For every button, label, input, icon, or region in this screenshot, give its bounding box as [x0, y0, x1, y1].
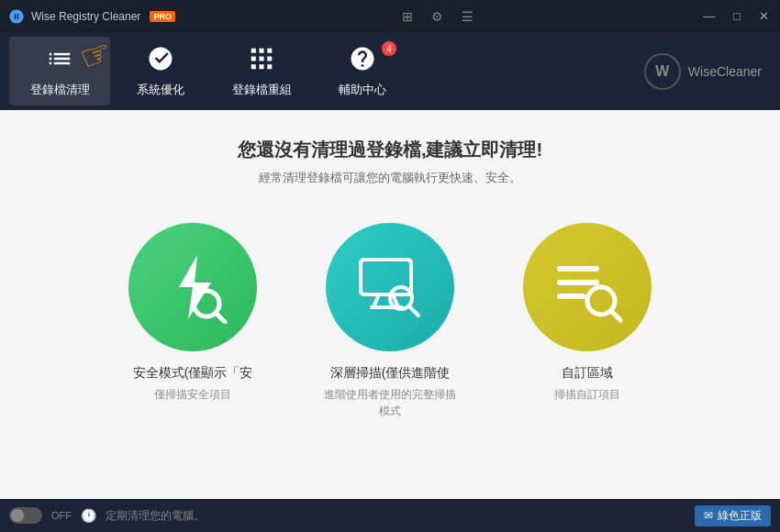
monitor-icon[interactable]: ⊞ — [402, 9, 413, 24]
close-button[interactable]: ✕ — [756, 8, 773, 25]
main-content: 您還沒有清理過登錄檔,建議立即清理! 經常清理登錄檔可讓您的電腦執行更快速、安全… — [0, 110, 780, 499]
nav-item-label-system-optimize: 系統優化 — [137, 82, 184, 98]
app-icon — [7, 7, 26, 26]
nav-bar: 登錄檔清理系統優化登錄檔重組輔助中心4 ☞ W WiseCleaner — [0, 32, 780, 110]
pro-badge: PRO — [150, 11, 175, 22]
deep-scan-circle — [326, 223, 454, 351]
nav-item-label-registry-clean: 登錄檔清理 — [30, 82, 90, 98]
deep-scan-name: 深層掃描(僅供進階使 — [330, 365, 451, 382]
main-subtitle: 經常清理登錄檔可讓您的電腦執行更快速、安全。 — [259, 170, 521, 186]
status-left: OFF 🕐 定期清理您的電腦。 — [9, 507, 205, 524]
status-bar: OFF 🕐 定期清理您的電腦。 ✉ 綠色正版 — [0, 499, 780, 532]
help-center-icon — [349, 45, 376, 77]
title-bar: Wise Registry Cleaner PRO ⊞ ⚙ ☰ — □ ✕ — [0, 0, 780, 32]
custom-area-desc: 掃描自訂項目 — [554, 386, 620, 403]
svg-line-14 — [611, 311, 620, 320]
nav-item-registry-defrag[interactable]: 登錄檔重組 — [211, 37, 312, 105]
green-genuine-button[interactable]: ✉ 綠色正版 — [695, 505, 771, 526]
settings-icon[interactable]: ⚙ — [431, 9, 443, 24]
schedule-text: 定期清理您的電腦。 — [106, 508, 205, 524]
safe-mode-desc: 僅掃描安全項目 — [154, 386, 231, 403]
custom-area-name: 自訂區域 — [562, 365, 613, 382]
title-bar-mid-controls: ⊞ ⚙ ☰ — [402, 9, 474, 24]
nav-item-help-center[interactable]: 輔助中心4 — [312, 37, 413, 105]
svg-line-5 — [373, 294, 379, 307]
clock-icon: 🕐 — [81, 508, 96, 523]
custom-area-circle — [523, 223, 652, 351]
wise-logo: W WiseCleaner — [644, 53, 771, 90]
scan-modes-container: 安全模式(僅顯示「安 僅掃描安全項目 深層掃描(僅供進階使 進階使用者使用的完整… — [122, 223, 659, 419]
minimize-button[interactable]: — — [701, 8, 718, 25]
custom-area-card[interactable]: 自訂區域 掃描自訂項目 — [517, 223, 659, 403]
logo-circle: W — [644, 53, 681, 90]
deep-scan-desc: 進階使用者使用的完整掃描模式 — [319, 386, 462, 419]
nav-item-registry-clean[interactable]: 登錄檔清理 — [9, 37, 110, 105]
safe-mode-name: 安全模式(僅顯示「安 — [133, 365, 253, 382]
genuine-label: 綠色正版 — [718, 508, 762, 524]
nav-item-system-optimize[interactable]: 系統優化 — [110, 37, 211, 105]
status-right: ✉ 綠色正版 — [695, 505, 771, 526]
envelope-icon: ✉ — [704, 509, 713, 522]
svg-line-2 — [216, 313, 225, 322]
nav-item-label-help-center: 輔助中心 — [339, 82, 386, 98]
toggle-label: OFF — [51, 510, 72, 521]
menu-icon[interactable]: ☰ — [462, 9, 474, 24]
window-controls: — □ ✕ — [701, 8, 773, 25]
safe-mode-circle — [128, 223, 257, 351]
system-optimize-icon — [147, 45, 174, 77]
registry-defrag-icon — [248, 45, 275, 77]
registry-clean-icon — [46, 45, 73, 77]
deep-scan-card[interactable]: 深層掃描(僅供進階使 進階使用者使用的完整掃描模式 — [319, 223, 462, 419]
nav-item-label-registry-defrag: 登錄檔重組 — [232, 82, 292, 98]
schedule-toggle[interactable] — [9, 507, 42, 524]
maximize-button[interactable]: □ — [729, 8, 745, 25]
main-title: 您還沒有清理過登錄檔,建議立即清理! — [238, 138, 542, 162]
nav-badge-help-center: 4 — [382, 41, 396, 56]
safe-mode-card[interactable]: 安全模式(僅顯示「安 僅掃描安全項目 — [122, 223, 264, 403]
logo-text: WiseCleaner — [688, 64, 762, 79]
app-title: Wise Registry Cleaner — [31, 10, 140, 23]
svg-line-9 — [409, 306, 418, 316]
title-bar-left: Wise Registry Cleaner PRO — [7, 7, 175, 26]
